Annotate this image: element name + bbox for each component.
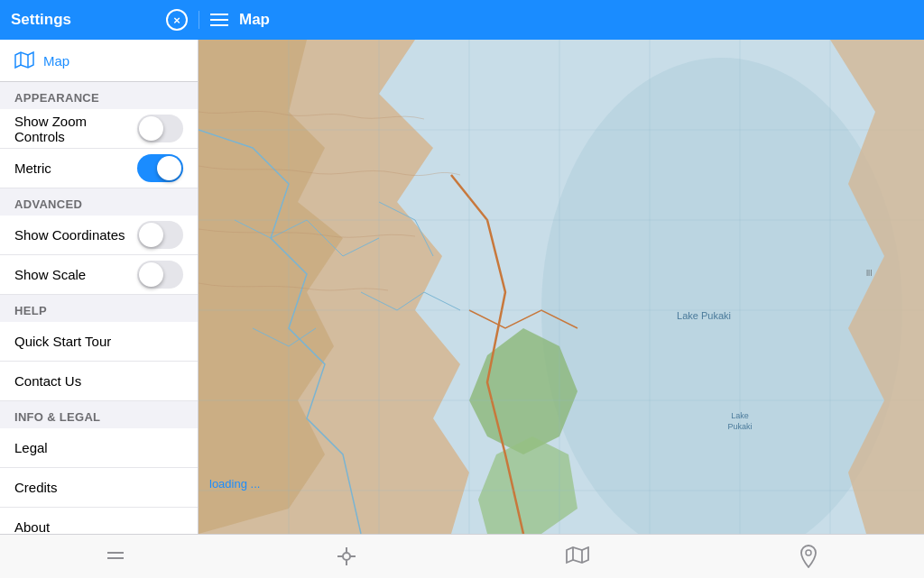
show-coordinates-label: Show Coordinates xyxy=(14,227,125,243)
show-scale-label: Show Scale xyxy=(14,267,86,282)
map-section-label: Map xyxy=(43,53,69,69)
svg-text:Lake: Lake xyxy=(731,411,749,420)
pin-icon xyxy=(799,545,818,568)
loading-text: loading ... xyxy=(209,477,260,491)
metric-toggle[interactable] xyxy=(137,154,183,182)
bottom-bar xyxy=(0,534,924,578)
show-zoom-controls-row: Show Zoom Controls xyxy=(0,109,198,149)
about-label: About xyxy=(14,519,50,534)
map-tab-icon xyxy=(566,546,589,566)
settings-panel: Map Appearance Show Zoom Controls Metric… xyxy=(0,40,199,534)
svg-text:Lake Pukaki: Lake Pukaki xyxy=(677,310,731,321)
toggle-knob-metric xyxy=(157,156,181,180)
settings-title: Settings xyxy=(11,11,159,29)
menu-icon xyxy=(105,546,126,567)
legal-label: Legal xyxy=(14,440,48,455)
info-legal-label: Info & Legal xyxy=(14,410,100,424)
contact-us-row[interactable]: Contact Us xyxy=(0,362,198,401)
show-zoom-controls-label: Show Zoom Controls xyxy=(14,114,137,144)
map-header-title: Map xyxy=(239,11,270,29)
show-coordinates-toggle[interactable] xyxy=(137,221,183,249)
settings-header: Settings × xyxy=(0,9,199,31)
map-svg: Lake Pukaki Lake Pukaki ||| xyxy=(199,40,924,534)
show-zoom-controls-toggle[interactable] xyxy=(137,115,183,142)
toggle-knob-scale xyxy=(139,262,163,287)
main-content: Map Appearance Show Zoom Controls Metric… xyxy=(0,40,924,534)
toggle-knob-coords xyxy=(139,223,163,247)
quick-start-tour-row[interactable]: Quick Start Tour xyxy=(0,322,198,362)
toggle-knob xyxy=(139,116,163,141)
legal-row[interactable]: Legal xyxy=(0,428,198,468)
close-button[interactable]: × xyxy=(166,9,188,31)
section-advanced: Advanced xyxy=(0,188,198,216)
contact-us-label: Contact Us xyxy=(14,373,81,389)
map-view[interactable]: Lake Pukaki Lake Pukaki ||| loading ... xyxy=(199,40,924,534)
header-bar: Settings × Map xyxy=(0,0,924,40)
tab-pin[interactable] xyxy=(693,535,924,578)
show-scale-row: Show Scale xyxy=(0,255,198,295)
hamburger-icon[interactable] xyxy=(210,14,228,26)
advanced-label: Advanced xyxy=(14,197,82,211)
quick-start-tour-label: Quick Start Tour xyxy=(14,334,111,349)
credits-label: Credits xyxy=(14,480,58,495)
section-appearance: Appearance xyxy=(0,82,198,109)
svg-text:Pukaki: Pukaki xyxy=(727,422,752,431)
metric-row: Metric xyxy=(0,149,198,188)
map-icon xyxy=(14,50,34,70)
about-row[interactable]: About xyxy=(0,508,198,534)
help-label: Help xyxy=(14,304,47,317)
appearance-label: Appearance xyxy=(14,91,99,105)
section-info-legal: Info & Legal xyxy=(0,401,198,428)
tab-map[interactable] xyxy=(462,535,693,578)
map-section-header[interactable]: Map xyxy=(0,40,198,82)
svg-point-20 xyxy=(343,553,350,560)
metric-label: Metric xyxy=(14,161,51,176)
show-scale-toggle[interactable] xyxy=(137,261,183,289)
location-icon xyxy=(336,546,357,567)
tab-menu[interactable] xyxy=(0,535,231,578)
map-header: Map xyxy=(199,11,924,29)
credits-row[interactable]: Credits xyxy=(0,468,198,508)
show-coordinates-row: Show Coordinates xyxy=(0,216,198,255)
svg-text:|||: ||| xyxy=(866,268,872,276)
tab-location[interactable] xyxy=(231,535,462,578)
svg-point-25 xyxy=(806,550,811,555)
section-help: Help xyxy=(0,295,198,322)
